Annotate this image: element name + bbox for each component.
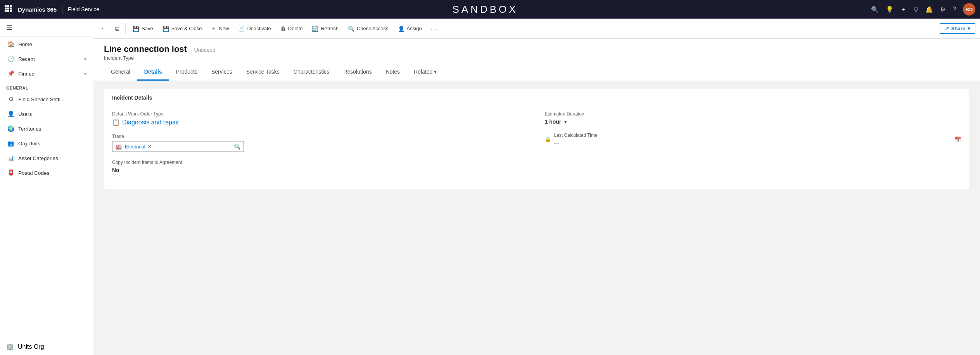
deactivate-label: Deactivate <box>247 26 271 31</box>
org-units-bar[interactable]: 🏢 Units Org <box>0 338 93 355</box>
tab-resolutions[interactable]: Resolutions <box>336 65 379 81</box>
share-chevron-icon: ▾ <box>968 26 970 31</box>
copy-incident-field: Copy Incident Items to Agreement No <box>112 160 529 173</box>
deactivate-button[interactable]: 📄 Deactivate <box>234 23 275 34</box>
save-button[interactable]: 💾 Save <box>129 23 157 34</box>
sidebar-org-units-label: Org Units <box>18 141 86 146</box>
sidebar-item-users[interactable]: 👤 Users <box>0 107 93 121</box>
building-icon: 🏢 <box>6 343 14 350</box>
calendar-icon[interactable]: 📅 <box>954 136 961 143</box>
app-grid-icon[interactable] <box>5 5 12 14</box>
home-icon: 🏠 <box>7 41 14 48</box>
brand-area: Dynamics 365 Field Service <box>18 5 99 14</box>
check-access-button[interactable]: 🔍 Check Access <box>344 23 392 34</box>
module-name[interactable]: Field Service <box>68 6 99 12</box>
share-label: Share <box>951 26 965 31</box>
work-order-type-icon: 📋 <box>112 119 120 126</box>
sidebar-item-postal-codes[interactable]: 📮 Postal Codes <box>0 165 93 180</box>
pinned-icon: 📌 <box>7 70 14 77</box>
svg-rect-1 <box>7 5 9 7</box>
svg-rect-7 <box>7 10 9 12</box>
topbar-icons: 🔍 💡 ＋ ▽ 🔔 ⚙ ? BD <box>871 3 975 16</box>
check-access-label: Check Access <box>357 26 389 31</box>
trade-tag-remove[interactable]: ✕ <box>148 144 152 149</box>
sidebar-users-label: Users <box>18 111 86 117</box>
tab-details[interactable]: Details <box>137 65 169 81</box>
filter-icon[interactable]: ▽ <box>914 6 918 13</box>
work-order-type-text: Diagnosis and repair <box>122 119 179 126</box>
sidebar-item-field-service-settings[interactable]: ⚙ Field Service Setti... <box>0 92 93 107</box>
refresh-button[interactable]: 🔄 Refresh <box>308 23 342 34</box>
svg-rect-2 <box>10 5 12 7</box>
sidebar-recent-label: Recent <box>18 56 80 62</box>
sidebar-item-home[interactable]: 🏠 Home <box>0 37 93 52</box>
dynamics-brand[interactable]: Dynamics 365 <box>18 6 57 13</box>
chevron-down-icon: ▾ <box>84 57 86 62</box>
trade-input[interactable]: 🏭 Electrical ✕ 🔍 <box>112 141 244 152</box>
back-button[interactable]: ← <box>98 23 110 34</box>
sidebar-pinned-label: Pinned <box>18 71 80 77</box>
refresh-icon: 🔄 <box>312 26 318 32</box>
related-label: Related <box>414 69 432 75</box>
record-type: Incident Type <box>104 55 969 61</box>
popup-button[interactable]: ⧉ <box>112 23 122 34</box>
sidebar-postal-label: Postal Codes <box>18 170 86 176</box>
duration-chevron-icon[interactable]: ▾ <box>564 119 567 125</box>
svg-rect-3 <box>5 8 7 10</box>
tab-products[interactable]: Products <box>169 65 204 81</box>
lightbulb-icon[interactable]: 💡 <box>886 6 894 13</box>
save-close-button[interactable]: 💾 Save & Close <box>159 23 206 34</box>
work-order-type-value[interactable]: 📋 Diagnosis and repair <box>112 119 529 126</box>
section-header: Incident Details <box>104 89 969 105</box>
trade-search-icon[interactable]: 🔍 <box>234 143 240 150</box>
delete-icon: 🗑 <box>280 26 286 32</box>
sidebar-item-recent[interactable]: 🕐 Recent ▾ <box>0 52 93 66</box>
delete-button[interactable]: 🗑 Delete <box>277 23 307 34</box>
content-area: ← ⧉ 💾 Save 💾 Save & Close ＋ New 📄 Deacti… <box>93 19 980 355</box>
user-icon: 👤 <box>7 110 14 117</box>
trade-label: Trade <box>112 134 529 139</box>
brand-divider <box>62 5 62 14</box>
tab-notes[interactable]: Notes <box>379 65 407 81</box>
save-close-label: Save & Close <box>171 26 202 31</box>
tab-characteristics[interactable]: Characteristics <box>287 65 337 81</box>
new-button[interactable]: ＋ New <box>207 23 233 34</box>
last-calc-label: Last Calculated Time <box>554 133 598 138</box>
gear-icon: ⚙ <box>7 96 14 103</box>
sidebar-hamburger[interactable]: ☰ <box>0 19 93 37</box>
tab-related[interactable]: Related ▾ <box>407 65 444 81</box>
settings-icon[interactable]: ⚙ <box>940 6 945 13</box>
more-options-button[interactable]: ⋯ <box>427 22 441 35</box>
sidebar-territories-label: Territories <box>18 126 86 132</box>
assign-button[interactable]: 👤 Assign <box>394 23 426 34</box>
tab-services[interactable]: Services <box>204 65 239 81</box>
save-icon: 💾 <box>133 26 139 32</box>
record-title-row: Line connection lost - Unsaved <box>104 44 969 54</box>
lock-icon: 🔒 <box>545 136 551 142</box>
tab-general[interactable]: General <box>104 65 137 81</box>
people-icon: 👥 <box>7 140 14 147</box>
sidebar-item-pinned[interactable]: 📌 Pinned ▾ <box>0 66 93 81</box>
search-icon[interactable]: 🔍 <box>871 6 879 13</box>
help-icon[interactable]: ? <box>952 6 956 13</box>
sidebar-item-territories[interactable]: 🌍 Territories <box>0 121 93 136</box>
sidebar-item-asset-categories[interactable]: 📊 Asset Categories <box>0 151 93 165</box>
sidebar-item-org-units[interactable]: 👥 Org Units <box>0 136 93 151</box>
tab-service-tasks[interactable]: Service Tasks <box>239 65 287 81</box>
work-order-type-field: Default Work Order Type 📋 Diagnosis and … <box>112 111 529 126</box>
cmd-separator <box>125 23 126 34</box>
work-order-type-label: Default Work Order Type <box>112 111 529 117</box>
record-header: Line connection lost - Unsaved Incident … <box>93 39 980 81</box>
notification-icon[interactable]: 🔔 <box>925 6 933 13</box>
org-units-bar-label: Units Org <box>18 343 44 350</box>
add-icon[interactable]: ＋ <box>900 5 907 14</box>
share-button[interactable]: ↗ Share ▾ <box>940 23 975 34</box>
save-label: Save <box>142 26 153 31</box>
recent-icon: 🕐 <box>7 55 14 62</box>
environment-label: SANDBOX <box>99 3 871 16</box>
calc-label-value-group: Last Calculated Time --- <box>554 133 598 146</box>
sidebar-section-general: General <box>0 81 93 92</box>
command-bar: ← ⧉ 💾 Save 💾 Save & Close ＋ New 📄 Deacti… <box>93 19 980 39</box>
topbar: Dynamics 365 Field Service SANDBOX 🔍 💡 ＋… <box>0 0 980 19</box>
user-avatar[interactable]: BD <box>963 3 975 16</box>
